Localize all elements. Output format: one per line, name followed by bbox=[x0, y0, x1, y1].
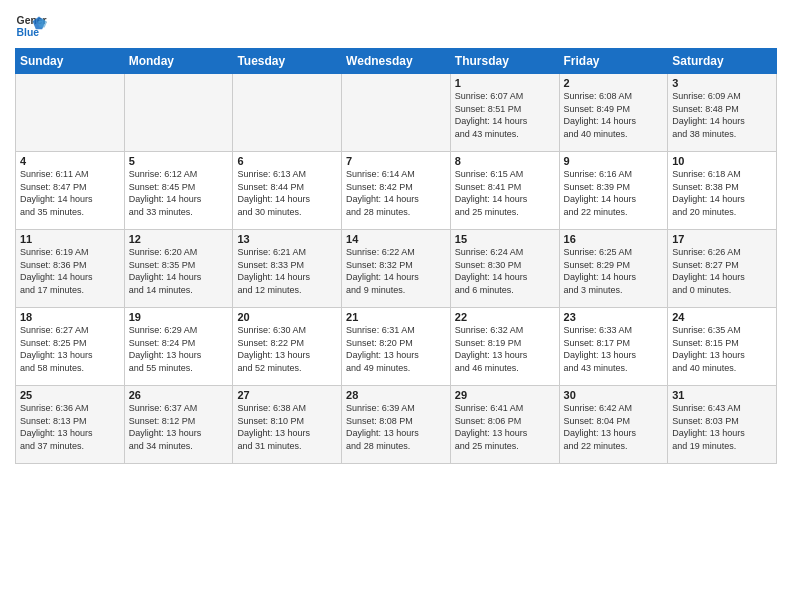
day-cell: 27Sunrise: 6:38 AM Sunset: 8:10 PM Dayli… bbox=[233, 386, 342, 464]
day-info: Sunrise: 6:12 AM Sunset: 8:45 PM Dayligh… bbox=[129, 168, 229, 218]
header: General Blue bbox=[15, 10, 777, 42]
day-cell: 24Sunrise: 6:35 AM Sunset: 8:15 PM Dayli… bbox=[668, 308, 777, 386]
day-number: 15 bbox=[455, 233, 555, 245]
header-cell-friday: Friday bbox=[559, 49, 668, 74]
day-info: Sunrise: 6:22 AM Sunset: 8:32 PM Dayligh… bbox=[346, 246, 446, 296]
day-number: 12 bbox=[129, 233, 229, 245]
day-cell: 16Sunrise: 6:25 AM Sunset: 8:29 PM Dayli… bbox=[559, 230, 668, 308]
day-cell: 23Sunrise: 6:33 AM Sunset: 8:17 PM Dayli… bbox=[559, 308, 668, 386]
day-info: Sunrise: 6:39 AM Sunset: 8:08 PM Dayligh… bbox=[346, 402, 446, 452]
day-number: 7 bbox=[346, 155, 446, 167]
day-number: 22 bbox=[455, 311, 555, 323]
day-cell bbox=[124, 74, 233, 152]
day-cell: 1Sunrise: 6:07 AM Sunset: 8:51 PM Daylig… bbox=[450, 74, 559, 152]
day-cell: 6Sunrise: 6:13 AM Sunset: 8:44 PM Daylig… bbox=[233, 152, 342, 230]
day-number: 19 bbox=[129, 311, 229, 323]
day-number: 31 bbox=[672, 389, 772, 401]
day-cell: 20Sunrise: 6:30 AM Sunset: 8:22 PM Dayli… bbox=[233, 308, 342, 386]
day-info: Sunrise: 6:21 AM Sunset: 8:33 PM Dayligh… bbox=[237, 246, 337, 296]
day-number: 18 bbox=[20, 311, 120, 323]
day-cell: 13Sunrise: 6:21 AM Sunset: 8:33 PM Dayli… bbox=[233, 230, 342, 308]
day-info: Sunrise: 6:15 AM Sunset: 8:41 PM Dayligh… bbox=[455, 168, 555, 218]
day-cell: 9Sunrise: 6:16 AM Sunset: 8:39 PM Daylig… bbox=[559, 152, 668, 230]
day-info: Sunrise: 6:37 AM Sunset: 8:12 PM Dayligh… bbox=[129, 402, 229, 452]
day-number: 9 bbox=[564, 155, 664, 167]
week-row-4: 18Sunrise: 6:27 AM Sunset: 8:25 PM Dayli… bbox=[16, 308, 777, 386]
header-row: SundayMondayTuesdayWednesdayThursdayFrid… bbox=[16, 49, 777, 74]
week-row-1: 1Sunrise: 6:07 AM Sunset: 8:51 PM Daylig… bbox=[16, 74, 777, 152]
day-cell: 11Sunrise: 6:19 AM Sunset: 8:36 PM Dayli… bbox=[16, 230, 125, 308]
day-info: Sunrise: 6:07 AM Sunset: 8:51 PM Dayligh… bbox=[455, 90, 555, 140]
day-number: 25 bbox=[20, 389, 120, 401]
header-cell-wednesday: Wednesday bbox=[342, 49, 451, 74]
day-number: 26 bbox=[129, 389, 229, 401]
day-number: 28 bbox=[346, 389, 446, 401]
day-info: Sunrise: 6:42 AM Sunset: 8:04 PM Dayligh… bbox=[564, 402, 664, 452]
day-info: Sunrise: 6:32 AM Sunset: 8:19 PM Dayligh… bbox=[455, 324, 555, 374]
day-cell: 19Sunrise: 6:29 AM Sunset: 8:24 PM Dayli… bbox=[124, 308, 233, 386]
day-cell: 5Sunrise: 6:12 AM Sunset: 8:45 PM Daylig… bbox=[124, 152, 233, 230]
day-cell: 3Sunrise: 6:09 AM Sunset: 8:48 PM Daylig… bbox=[668, 74, 777, 152]
day-cell bbox=[342, 74, 451, 152]
day-number: 17 bbox=[672, 233, 772, 245]
day-info: Sunrise: 6:33 AM Sunset: 8:17 PM Dayligh… bbox=[564, 324, 664, 374]
header-cell-monday: Monday bbox=[124, 49, 233, 74]
page-container: General Blue SundayMondayTuesdayWednesda… bbox=[0, 0, 792, 469]
day-info: Sunrise: 6:19 AM Sunset: 8:36 PM Dayligh… bbox=[20, 246, 120, 296]
week-row-3: 11Sunrise: 6:19 AM Sunset: 8:36 PM Dayli… bbox=[16, 230, 777, 308]
day-cell: 26Sunrise: 6:37 AM Sunset: 8:12 PM Dayli… bbox=[124, 386, 233, 464]
day-number: 6 bbox=[237, 155, 337, 167]
day-cell: 4Sunrise: 6:11 AM Sunset: 8:47 PM Daylig… bbox=[16, 152, 125, 230]
week-row-5: 25Sunrise: 6:36 AM Sunset: 8:13 PM Dayli… bbox=[16, 386, 777, 464]
day-cell: 15Sunrise: 6:24 AM Sunset: 8:30 PM Dayli… bbox=[450, 230, 559, 308]
day-number: 4 bbox=[20, 155, 120, 167]
logo-icon: General Blue bbox=[15, 10, 47, 42]
day-cell: 31Sunrise: 6:43 AM Sunset: 8:03 PM Dayli… bbox=[668, 386, 777, 464]
day-cell: 8Sunrise: 6:15 AM Sunset: 8:41 PM Daylig… bbox=[450, 152, 559, 230]
day-info: Sunrise: 6:35 AM Sunset: 8:15 PM Dayligh… bbox=[672, 324, 772, 374]
logo: General Blue bbox=[15, 10, 51, 42]
day-cell: 22Sunrise: 6:32 AM Sunset: 8:19 PM Dayli… bbox=[450, 308, 559, 386]
day-info: Sunrise: 6:27 AM Sunset: 8:25 PM Dayligh… bbox=[20, 324, 120, 374]
day-info: Sunrise: 6:43 AM Sunset: 8:03 PM Dayligh… bbox=[672, 402, 772, 452]
day-info: Sunrise: 6:31 AM Sunset: 8:20 PM Dayligh… bbox=[346, 324, 446, 374]
day-cell: 25Sunrise: 6:36 AM Sunset: 8:13 PM Dayli… bbox=[16, 386, 125, 464]
day-info: Sunrise: 6:29 AM Sunset: 8:24 PM Dayligh… bbox=[129, 324, 229, 374]
day-info: Sunrise: 6:08 AM Sunset: 8:49 PM Dayligh… bbox=[564, 90, 664, 140]
day-info: Sunrise: 6:30 AM Sunset: 8:22 PM Dayligh… bbox=[237, 324, 337, 374]
day-number: 24 bbox=[672, 311, 772, 323]
day-number: 14 bbox=[346, 233, 446, 245]
calendar-table: SundayMondayTuesdayWednesdayThursdayFrid… bbox=[15, 48, 777, 464]
day-number: 8 bbox=[455, 155, 555, 167]
day-number: 3 bbox=[672, 77, 772, 89]
day-info: Sunrise: 6:16 AM Sunset: 8:39 PM Dayligh… bbox=[564, 168, 664, 218]
day-info: Sunrise: 6:11 AM Sunset: 8:47 PM Dayligh… bbox=[20, 168, 120, 218]
day-number: 2 bbox=[564, 77, 664, 89]
day-cell bbox=[233, 74, 342, 152]
day-cell: 2Sunrise: 6:08 AM Sunset: 8:49 PM Daylig… bbox=[559, 74, 668, 152]
week-row-2: 4Sunrise: 6:11 AM Sunset: 8:47 PM Daylig… bbox=[16, 152, 777, 230]
day-info: Sunrise: 6:13 AM Sunset: 8:44 PM Dayligh… bbox=[237, 168, 337, 218]
day-cell bbox=[16, 74, 125, 152]
day-number: 13 bbox=[237, 233, 337, 245]
day-cell: 10Sunrise: 6:18 AM Sunset: 8:38 PM Dayli… bbox=[668, 152, 777, 230]
day-info: Sunrise: 6:20 AM Sunset: 8:35 PM Dayligh… bbox=[129, 246, 229, 296]
header-cell-thursday: Thursday bbox=[450, 49, 559, 74]
day-info: Sunrise: 6:18 AM Sunset: 8:38 PM Dayligh… bbox=[672, 168, 772, 218]
day-number: 10 bbox=[672, 155, 772, 167]
day-info: Sunrise: 6:36 AM Sunset: 8:13 PM Dayligh… bbox=[20, 402, 120, 452]
day-number: 23 bbox=[564, 311, 664, 323]
header-cell-tuesday: Tuesday bbox=[233, 49, 342, 74]
day-cell: 28Sunrise: 6:39 AM Sunset: 8:08 PM Dayli… bbox=[342, 386, 451, 464]
day-cell: 7Sunrise: 6:14 AM Sunset: 8:42 PM Daylig… bbox=[342, 152, 451, 230]
day-cell: 14Sunrise: 6:22 AM Sunset: 8:32 PM Dayli… bbox=[342, 230, 451, 308]
day-info: Sunrise: 6:41 AM Sunset: 8:06 PM Dayligh… bbox=[455, 402, 555, 452]
day-number: 5 bbox=[129, 155, 229, 167]
day-number: 11 bbox=[20, 233, 120, 245]
day-info: Sunrise: 6:25 AM Sunset: 8:29 PM Dayligh… bbox=[564, 246, 664, 296]
day-cell: 17Sunrise: 6:26 AM Sunset: 8:27 PM Dayli… bbox=[668, 230, 777, 308]
day-info: Sunrise: 6:38 AM Sunset: 8:10 PM Dayligh… bbox=[237, 402, 337, 452]
day-cell: 30Sunrise: 6:42 AM Sunset: 8:04 PM Dayli… bbox=[559, 386, 668, 464]
day-number: 21 bbox=[346, 311, 446, 323]
day-number: 29 bbox=[455, 389, 555, 401]
